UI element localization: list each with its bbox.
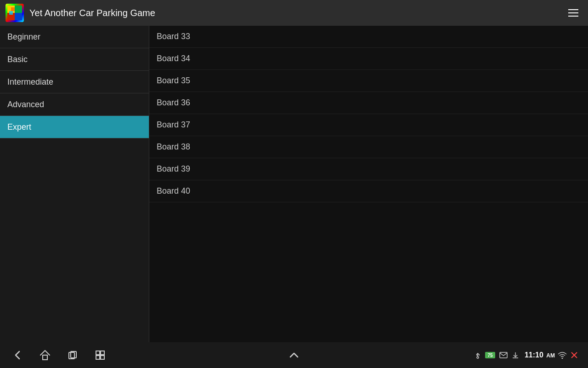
app-title: Yet Another Car Parking Game [29,8,564,18]
app-icon [6,4,24,22]
sidebar-item-intermediate[interactable]: Intermediate [0,71,149,93]
menu-button[interactable] [564,4,582,22]
board-item-board38[interactable]: Board 38 [149,136,588,158]
no-signal-icon [570,351,579,360]
sidebar: BeginnerBasicIntermediateAdvancedExpert [0,26,149,342]
recents-button[interactable] [64,347,81,363]
svg-rect-10 [101,351,104,355]
battery-icon: 75 [485,352,495,358]
nav-center [286,347,302,363]
svg-point-13 [477,356,479,358]
svg-rect-1 [15,6,22,13]
menu-icon-line3 [568,16,578,17]
board-item-board33[interactable]: Board 33 [149,26,588,48]
board-item-board37[interactable]: Board 37 [149,114,588,136]
grid-button[interactable] [92,347,108,363]
email-icon [499,351,508,360]
time-value: 11:10 [525,351,543,359]
app-bar: Yet Another Car Parking Game [0,0,588,26]
board-list[interactable]: Board 33Board 34Board 35Board 36Board 37… [149,26,588,342]
sidebar-item-beginner[interactable]: Beginner [0,26,149,48]
svg-rect-4 [11,7,15,11]
sidebar-item-basic[interactable]: Basic [0,48,149,71]
menu-icon-line2 [568,12,578,13]
svg-rect-17 [500,352,507,358]
board-item-board39[interactable]: Board 39 [149,158,588,180]
svg-rect-11 [96,356,100,359]
svg-rect-3 [15,13,22,20]
wifi-icon [558,351,567,360]
time-display: 11:10 AM [525,351,555,359]
download-icon [511,351,520,360]
svg-rect-9 [96,351,100,355]
nav-right: 75 11:10 AM [473,351,579,360]
svg-point-19 [562,358,563,359]
board-item-board34[interactable]: Board 34 [149,48,588,70]
svg-rect-12 [101,356,104,359]
ampm-value: AM [546,352,555,359]
nav-bar: 75 11:10 AM [0,342,588,368]
main-content: BeginnerBasicIntermediateAdvancedExpert … [0,26,588,342]
svg-rect-6 [43,355,47,360]
menu-icon-line1 [568,9,578,10]
up-button[interactable] [286,347,302,363]
back-button[interactable] [9,347,26,363]
board-item-board35[interactable]: Board 35 [149,70,588,92]
svg-rect-5 [9,11,13,15]
home-button[interactable] [37,347,53,363]
board-item-board40[interactable]: Board 40 [149,180,588,202]
usb-icon [473,351,482,360]
sidebar-item-advanced[interactable]: Advanced [0,93,149,116]
board-item-board36[interactable]: Board 36 [149,92,588,114]
nav-left [9,347,108,363]
sidebar-item-expert[interactable]: Expert [0,116,149,138]
